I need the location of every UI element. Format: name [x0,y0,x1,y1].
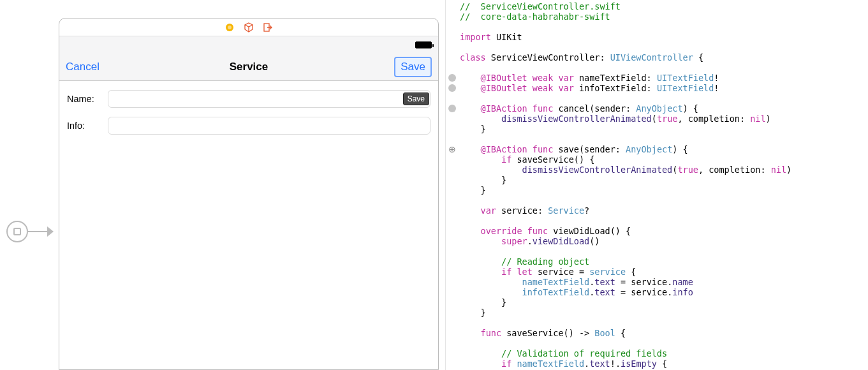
scene-icon-exit[interactable] [263,22,273,33]
cancel-button[interactable]: Cancel [66,61,99,73]
form-row-info: Info: [67,117,430,135]
code-line: nameTextField.text = service.name [460,277,693,287]
navigation-bar[interactable]: Cancel Service Save [59,53,438,81]
code-line: var service: Service? [460,205,589,216]
scene-icon-yellow[interactable] [224,22,235,33]
code-line: @IBAction func save(sender: AnyObject) { [460,144,688,154]
info-label: Info: [67,121,108,131]
code-line: if nameTextField.text!.isEmpty { [460,359,667,369]
code-line: } [460,185,486,195]
save-tooltip: Save [403,93,429,105]
code-line: @IBOutlet weak var nameTextField: UIText… [460,73,719,83]
code-line: if saveService() { [460,154,594,165]
status-bar [59,36,438,53]
save-button[interactable]: Save [394,57,432,77]
code-line: import UIKit [460,32,522,42]
action-connection-icon[interactable] [448,105,456,112]
form-body: Name: Info: [59,81,438,152]
storyboard-canvas[interactable]: Cancel Service Save Save Name: Info: [0,0,446,370]
code-line: } [460,124,486,134]
code-line: class ServiceViewController: UIViewContr… [460,52,703,63]
entry-circle-icon [6,221,28,242]
code-line: } [460,175,506,185]
arrow-shaft-icon [28,231,47,232]
code-line: func saveService() -> Bool { [460,328,626,338]
code-line: // ServiceViewController.swift [460,1,621,11]
code-line: @IBAction func cancel(sender: AnyObject)… [460,103,698,114]
code-line: super.viewDidLoad() [460,236,600,246]
code-line: dismissViewControllerAnimated(true, comp… [460,114,771,124]
code-line: @IBOutlet weak var infoTextField: UIText… [460,83,719,93]
code-line: infoTextField.text = service.info [460,287,693,297]
entry-point-arrow[interactable] [6,221,54,242]
outlet-connection-icon[interactable] [448,74,456,82]
arrow-head-icon [47,226,54,237]
battery-icon [415,41,432,48]
scene-icon-cube[interactable] [244,22,254,33]
code-editor[interactable]: // ServiceViewController.swift // core-d… [460,0,868,370]
code-line: override func viewDidLoad() { [460,226,631,236]
view-controller-scene[interactable]: Cancel Service Save Save Name: Info: [59,18,439,370]
add-connection-icon[interactable]: ⊕ [448,145,457,154]
name-field[interactable] [108,90,430,108]
info-field[interactable] [108,117,430,135]
code-line: // Reading object [460,256,589,267]
code-line: if let service = service { [460,267,636,277]
code-line: // Validation of required fields [460,348,667,359]
form-row-name: Name: [67,90,430,108]
code-line: } [460,307,486,318]
code-gutter[interactable]: ⊕ [446,0,460,370]
code-line: // core-data-habrahabr-swift [460,11,610,22]
code-line: } [460,297,506,307]
nav-title: Service [59,61,438,73]
name-label: Name: [67,94,108,104]
scene-toolbar [59,18,438,36]
svg-point-1 [228,26,232,29]
code-line: dismissViewControllerAnimated(true, comp… [460,165,791,175]
outlet-connection-icon[interactable] [448,84,456,92]
